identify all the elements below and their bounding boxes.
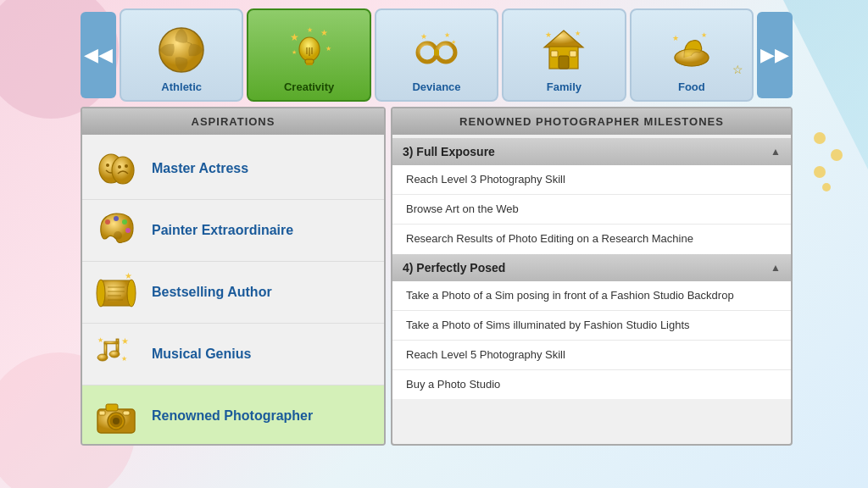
svg-text:★: ★ [420,32,427,41]
svg-text:★: ★ [307,26,313,34]
left-nav-arrow[interactable]: ◀ [81,12,116,98]
categories-container: Athletic ★ ★ ★ [116,8,757,102]
bg-dots [814,127,843,197]
panels-container: Aspirations [81,107,793,446]
creativity-icon: ★ ★ ★ ★ ★ [282,23,337,77]
aspiration-master-actress[interactable]: Master Actress [82,138,384,200]
svg-text:★: ★ [290,31,299,43]
svg-point-39 [122,219,127,225]
category-row: ◀ [81,8,793,102]
full-exposure-tasks: Reach Level 3 Photography Skill Browse A… [392,165,791,254]
musical-genius-icon: ★ ★ ★ [91,329,142,380]
milestones-list[interactable]: 3) Full Exposure ▲ Reach Level 3 Photogr… [392,135,791,444]
svg-text:★: ★ [672,34,679,42]
milestone-task: Take a Photo of Sims illuminated by Fash… [392,311,791,341]
svg-text:★: ★ [97,336,103,344]
svg-point-53 [109,351,120,358]
svg-text:★: ★ [121,336,129,346]
food-icon: ★ ★ [665,23,719,77]
svg-text:★: ★ [444,31,450,39]
aspiration-renowned-photographer[interactable]: Renowned Photographer [82,385,384,444]
master-actress-icon [91,143,142,194]
svg-text:★: ★ [121,355,127,363]
full-exposure-title: 3) Full Exposure [403,145,495,158]
svg-text:★: ★ [701,31,707,39]
svg-point-41 [114,231,122,240]
master-actress-name: Master Actress [152,161,248,176]
svg-text:★: ★ [545,30,552,39]
right-nav-arrow[interactable]: ▶ [757,12,793,98]
family-label: Family [547,80,581,93]
milestones-panel-header: Renowned Photographer Milestones [392,108,791,135]
svg-point-37 [105,219,110,225]
svg-point-14 [437,43,455,62]
bestselling-author-name: Bestselling Author [152,285,272,300]
svg-point-51 [97,354,108,361]
svg-rect-23 [551,51,558,57]
painter-extraordinaire-name: Painter Extraordinaire [152,223,293,238]
svg-point-62 [113,418,120,424]
perfectly-posed-title: 4) Perfectly Posed [403,261,505,274]
svg-point-44 [127,280,136,307]
category-family[interactable]: ★ ★ Family [502,8,626,102]
svg-rect-63 [123,411,130,415]
musical-genius-name: Musical Genius [152,347,251,362]
renowned-photographer-icon [91,391,142,441]
category-athletic[interactable]: Athletic [120,8,243,102]
painter-extraordinaire-icon [91,205,142,256]
aspirations-header-label: Aspirations [192,115,275,128]
svg-point-32 [106,164,109,167]
svg-rect-54 [104,341,119,344]
milestone-task: Reach Level 3 Photography Skill [392,165,791,195]
aspiration-bestselling-author[interactable]: ★ Bestselling Author [82,262,384,324]
milestone-section-full-exposure[interactable]: 3) Full Exposure ▲ [392,138,791,165]
athletic-icon [154,23,209,77]
creativity-label: Creativity [284,80,334,93]
milestone-task: Reach Level 5 Photography Skill [392,341,791,370]
milestone-task: Browse Art on the Web [392,195,791,225]
svg-rect-8 [306,63,313,65]
category-food[interactable]: ★ ★ ☆ Food [630,8,754,102]
svg-point-38 [114,216,119,221]
bestselling-author-icon: ★ [91,267,142,318]
aspiration-list: Master Actress [82,135,384,444]
svg-text:★: ★ [320,28,328,37]
svg-text:★: ★ [125,271,132,280]
full-exposure-arrow: ▲ [771,146,781,158]
aspiration-musical-genius[interactable]: ★ ★ ★ Musical Genius [82,324,384,385]
perfectly-posed-arrow: ▲ [771,262,781,274]
athletic-label: Athletic [161,80,202,93]
aspirations-panel-header: Aspirations [82,108,384,135]
perfectly-posed-tasks: Take a Photo of a Sim posing in front of… [392,281,791,400]
svg-rect-22 [559,56,569,69]
svg-point-35 [118,165,121,169]
svg-text:★: ★ [451,39,456,45]
svg-text:★: ★ [292,49,297,55]
milestone-section-perfectly-posed[interactable]: 4) Perfectly Posed ▲ [392,254,791,281]
food-star-badge: ☆ [732,63,743,76]
family-icon: ★ ★ [537,23,591,77]
renowned-photographer-name: Renowned Photographer [152,408,313,424]
svg-rect-24 [570,51,576,57]
svg-point-40 [125,228,131,233]
category-creativity[interactable]: ★ ★ ★ ★ ★ Creativity [247,8,370,102]
aspirations-panel: Aspirations [81,107,386,446]
category-deviance[interactable]: ★ ★ ★ Deviance [375,8,498,102]
svg-text:★: ★ [575,30,581,37]
svg-point-12 [418,43,437,62]
svg-point-28 [675,49,709,66]
aspiration-painter-extraordinaire[interactable]: Painter Extraordinaire [82,200,384,262]
svg-rect-64 [99,411,105,415]
milestones-header-label: Renowned Photographer Milestones [459,115,724,128]
milestone-task: Take a Photo of a Sim posing in front of… [392,281,791,311]
svg-point-43 [97,280,105,307]
milestones-panel: Renowned Photographer Milestones 3) Full… [391,107,793,446]
main-container: ◀ [81,8,793,446]
milestone-task: Buy a Photo Studio [392,370,791,399]
svg-point-34 [112,157,134,184]
svg-rect-59 [106,404,118,411]
deviance-icon: ★ ★ ★ [409,23,464,77]
deviance-label: Deviance [412,80,460,93]
milestone-task: Research Results of Photo Editing on a R… [392,225,791,253]
svg-point-36 [125,164,128,168]
